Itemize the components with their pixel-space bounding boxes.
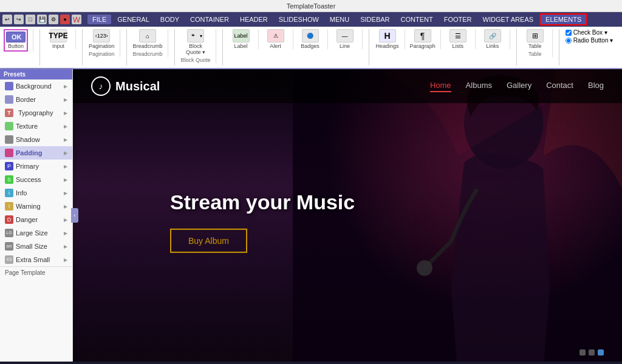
checkbox-input[interactable] xyxy=(566,30,572,36)
ribbon-group-paragraph: ¶ Paragraph xyxy=(410,29,441,49)
panel-item-warning[interactable]: ! Warning ▶ xyxy=(0,200,72,213)
save-icon[interactable]: 💾 xyxy=(37,15,47,24)
panel-item-shadow[interactable]: Shadow ▶ xyxy=(0,133,72,146)
ribbon-group-label: Label Label xyxy=(229,29,259,49)
redo-icon[interactable]: ↪ xyxy=(14,15,24,24)
panel-item-danger[interactable]: D Danger ▶ xyxy=(0,213,72,226)
panel-item-background[interactable]: Background ▶ xyxy=(0,79,72,93)
separator-8 xyxy=(559,29,559,66)
site-logo: ♪ Musical xyxy=(91,76,160,96)
separator-5 xyxy=(222,29,223,66)
hero-button[interactable]: Buy Album xyxy=(170,229,247,253)
panel-item-border[interactable]: Border ▶ xyxy=(0,93,72,106)
panel-item-info[interactable]: i Info ▶ xyxy=(0,186,72,200)
preview-website: ♪ Musical Home Albums Gallery Contact Bl… xyxy=(73,69,622,362)
breadcrumb-group-items: ⌂ Breadcrumb xyxy=(133,29,163,49)
collapse-button[interactable]: ‹ xyxy=(71,208,78,223)
nav-home[interactable]: Home xyxy=(430,81,451,92)
breadcrumb-group-label: Breadcrumb xyxy=(133,51,163,57)
pagination-button[interactable]: ‹123› Pagination xyxy=(89,29,115,49)
warning-arrow: ▶ xyxy=(64,204,67,209)
menu-body[interactable]: BODY xyxy=(156,15,184,24)
radio-input[interactable] xyxy=(566,38,572,44)
panel-item-texture[interactable]: Texture ▶ xyxy=(0,120,72,133)
undo-icon[interactable]: ↩ xyxy=(2,15,12,24)
blockquote-button[interactable]: ❝ BlockQuote ▾ xyxy=(183,29,208,55)
blockquote-group-label: Block Quote xyxy=(181,57,211,63)
button-widget[interactable]: OK Button xyxy=(4,29,28,52)
separator-3 xyxy=(126,29,127,66)
checkbox-item[interactable]: Check Box ▾ xyxy=(566,29,613,36)
table-button[interactable]: ⊞ Table xyxy=(523,29,547,49)
panel-item-small[interactable]: sm Small Size ▶ xyxy=(0,240,72,253)
label-button[interactable]: Label Label xyxy=(229,29,253,49)
menu-container[interactable]: CONTAINER xyxy=(185,15,234,24)
info-icon: i xyxy=(5,189,13,197)
border-arrow: ▶ xyxy=(64,97,67,103)
blockquote-group-items: ❝ BlockQuote ▾ xyxy=(183,29,208,55)
line-button[interactable]: — Line xyxy=(333,29,357,49)
pagination-group-items: ‹123› Pagination xyxy=(89,29,115,49)
ribbon-group-alert: ⚠ Alert xyxy=(264,29,293,49)
new-icon[interactable]: □ xyxy=(26,15,35,24)
paragraph-button[interactable]: ¶ Paragraph xyxy=(410,29,436,49)
lists-button[interactable]: ☰ Lists xyxy=(446,29,470,49)
texture-arrow: ▶ xyxy=(64,124,67,129)
settings-icon[interactable]: ⚙ xyxy=(49,15,58,24)
type-button[interactable]: TYPE Input xyxy=(46,29,70,49)
button-label: Button xyxy=(8,43,24,49)
background-label: Background xyxy=(16,83,52,90)
shadow-arrow: ▶ xyxy=(64,137,67,143)
panel-item-success[interactable]: S Success ▶ xyxy=(0,173,72,186)
panel-item-primary[interactable]: P Primary ▶ xyxy=(0,160,72,173)
links-button[interactable]: 🔗 Links xyxy=(480,29,505,49)
warning-icon: ! xyxy=(5,202,13,211)
menu-slideshow[interactable]: SLIDESHOW xyxy=(274,15,324,24)
menu-content[interactable]: CONTENT xyxy=(396,15,438,24)
headings-button[interactable]: H Headings xyxy=(375,29,400,49)
badges-button[interactable]: 🔵 Badges xyxy=(298,29,323,49)
pagination-dots xyxy=(579,349,604,356)
menu-menu[interactable]: MENU xyxy=(325,15,354,24)
dot-2[interactable] xyxy=(589,349,595,356)
type-group-items: TYPE Input xyxy=(46,29,70,49)
alert-button[interactable]: ⚠ Alert xyxy=(264,29,288,49)
ribbon-group-lists: ☰ Lists xyxy=(446,29,476,49)
nav-albums[interactable]: Albums xyxy=(466,81,492,92)
wordpress-icon[interactable]: W xyxy=(72,15,81,24)
nav-contact[interactable]: Contact xyxy=(546,81,573,92)
label-icon: Label xyxy=(233,29,250,42)
logo-music-icon: ♪ xyxy=(99,81,103,91)
panel-item-typography[interactable]: T Typography ▶ xyxy=(0,106,72,120)
menu-elements[interactable]: ELEMENTS xyxy=(539,13,587,25)
success-icon: S xyxy=(5,175,13,184)
danger-arrow: ▶ xyxy=(64,217,67,223)
nav-gallery[interactable]: Gallery xyxy=(507,81,531,92)
dot-3[interactable] xyxy=(598,349,604,356)
hero-title: Stream your Music xyxy=(170,190,355,214)
menu-general[interactable]: GENERAL xyxy=(112,15,154,24)
small-arrow: ▶ xyxy=(64,244,67,249)
panel-item-padding[interactable]: Padding ▶ xyxy=(0,146,72,160)
dot-1[interactable] xyxy=(579,349,586,356)
pagination-group-label: Pagination xyxy=(89,51,115,57)
menu-header[interactable]: HEADER xyxy=(235,15,273,24)
menu-file[interactable]: FILE xyxy=(87,15,111,24)
panel-item-large[interactable]: LG Large Size ▶ xyxy=(0,226,72,240)
breadcrumb-icon: ⌂ xyxy=(139,29,156,42)
blockquote-icon: ❝ xyxy=(187,29,204,42)
svg-point-2 xyxy=(417,260,432,276)
radio-item[interactable]: Radio Button ▾ xyxy=(566,37,613,44)
page-template-link[interactable]: Page Template xyxy=(0,266,72,278)
menu-widget-areas[interactable]: WIDGET AREAS xyxy=(478,15,539,24)
menu-footer[interactable]: FOOTER xyxy=(439,15,477,24)
breadcrumb-button[interactable]: ⌂ Breadcrumb xyxy=(133,29,163,49)
nav-blog[interactable]: Blog xyxy=(588,81,604,92)
site-nav: Home Albums Gallery Contact Blog xyxy=(430,81,604,92)
main-layout: Presets Background ▶ Border ▶ T Typograp… xyxy=(0,69,622,362)
line-icon: — xyxy=(337,29,354,42)
menu-sidebar[interactable]: SIDEBAR xyxy=(355,15,394,24)
radio-label: Radio Button ▾ xyxy=(573,37,613,44)
logo-text: Musical xyxy=(115,79,160,93)
panel-item-xsmall[interactable]: XS Extra Small ▶ xyxy=(0,253,72,266)
